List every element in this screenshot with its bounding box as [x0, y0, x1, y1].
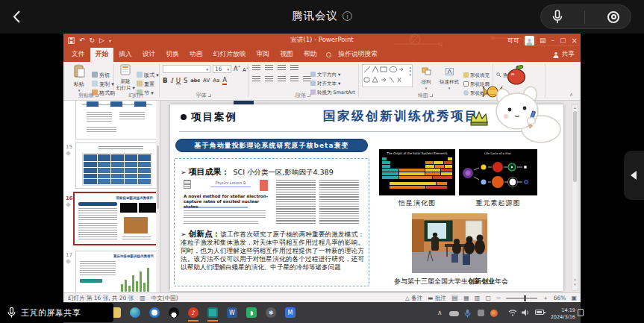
- arrange-button[interactable]: 排列▾: [416, 65, 436, 90]
- settings-gear-icon[interactable]: ✱: [266, 307, 276, 318]
- reading-view-icon[interactable]: ▥: [475, 295, 481, 301]
- fit-to-window-icon[interactable]: ▣: [571, 295, 577, 301]
- panel-collapse-tab[interactable]: [624, 151, 644, 200]
- thumbnail-slide-15[interactable]: [75, 142, 157, 189]
- ribbon-options-icon[interactable]: ▤: [540, 37, 546, 44]
- normal-view-icon[interactable]: ▤: [451, 295, 459, 301]
- underline-button[interactable]: U: [176, 76, 181, 85]
- thumbnail-scrollbar[interactable]: [156, 101, 160, 292]
- wifi-icon[interactable]: [508, 310, 517, 316]
- tab-review[interactable]: 审阅: [251, 48, 275, 62]
- justify-icon[interactable]: [290, 76, 298, 83]
- paste-button[interactable]: 粘贴▾: [69, 64, 89, 92]
- quick-styles-button[interactable]: 快速样式▾: [437, 65, 461, 90]
- collapse-ribbon-icon[interactable]: ∧: [569, 92, 573, 98]
- tab-transitions[interactable]: 切换: [160, 48, 184, 62]
- periodic-table-image[interactable]: The Origin of the Solar System Elements: [379, 149, 455, 195]
- battery-icon[interactable]: [535, 310, 544, 315]
- dialog-launcher-icon[interactable]: [430, 94, 433, 97]
- accessibility-icon[interactable]: ▥: [140, 295, 146, 301]
- close-icon[interactable]: ×: [572, 37, 578, 45]
- numbering-icon[interactable]: [265, 65, 273, 72]
- shadow-button[interactable]: S: [184, 76, 187, 85]
- dialog-launcher-icon[interactable]: [96, 94, 99, 97]
- dialog-launcher-icon[interactable]: [208, 94, 211, 97]
- tray-browser-icon[interactable]: [490, 310, 498, 317]
- scrollbar-thumb[interactable]: [573, 111, 577, 182]
- notification-center-icon[interactable]: [578, 309, 584, 316]
- zoom-slider[interactable]: [506, 298, 537, 299]
- language-status[interactable]: 中文(中国): [151, 295, 178, 302]
- char-spacing-button[interactable]: AV: [203, 76, 210, 85]
- slide-scrollbar[interactable]: ▴ ▴ ▾: [572, 104, 578, 291]
- slideshow-view-icon[interactable]: ▢: [485, 295, 491, 301]
- music-app-icon[interactable]: ♪: [188, 307, 198, 318]
- account-name[interactable]: 可可: [507, 37, 519, 45]
- record-icon[interactable]: [607, 11, 619, 23]
- change-case-button[interactable]: Aa: [213, 76, 219, 85]
- shapes-scroll[interactable]: ▴▾▾: [409, 66, 411, 77]
- tray-plugin-icon[interactable]: [478, 310, 484, 316]
- avatar[interactable]: [525, 36, 534, 46]
- tab-slideshow[interactable]: 幻灯片放映: [208, 48, 251, 62]
- conference-photo[interactable]: [412, 213, 487, 273]
- slide-section-title[interactable]: 项目案例: [191, 110, 237, 124]
- clock[interactable]: 14:192024/3/16: [548, 307, 575, 321]
- tray-expand-icon[interactable]: ∧: [437, 309, 443, 316]
- zoom-level[interactable]: 66%: [554, 295, 566, 301]
- thumbnail-slide-17[interactable]: 重庆市级创新训练优秀项目: [75, 251, 157, 292]
- next-slide-icon[interactable]: ▾: [572, 282, 578, 286]
- align-right-icon[interactable]: [278, 76, 286, 83]
- screenshare-app-icon[interactable]: [207, 307, 218, 318]
- onedrive-cloud-icon[interactable]: [449, 311, 459, 316]
- align-left-icon[interactable]: [252, 76, 260, 83]
- bold-button[interactable]: B: [163, 76, 167, 85]
- indent-decrease-icon[interactable]: [278, 65, 286, 72]
- align-center-icon[interactable]: [265, 76, 273, 83]
- tab-tellme[interactable]: 操作说明搜索: [333, 48, 383, 62]
- tab-design[interactable]: 设计: [137, 48, 161, 62]
- tab-help[interactable]: 帮助: [298, 48, 322, 62]
- tab-animations[interactable]: 动画: [184, 48, 208, 62]
- italic-button[interactable]: I: [170, 76, 172, 85]
- star-lifecycle-image[interactable]: Life Cycle of a Star: [459, 149, 537, 195]
- tab-file[interactable]: 文件: [66, 48, 90, 62]
- thumbnail-slide-16-selected[interactable]: 国家级创新训练优秀项目: [73, 192, 159, 245]
- minimize-icon[interactable]: –: [551, 37, 555, 44]
- tab-view[interactable]: 视图: [275, 48, 298, 62]
- word-icon[interactable]: W: [227, 307, 237, 318]
- info-icon[interactable]: i: [343, 11, 352, 21]
- bullets-icon[interactable]: [252, 65, 260, 72]
- zoom-in-button[interactable]: ＋: [543, 295, 548, 302]
- slide-sorter-icon[interactable]: ▦: [463, 295, 469, 301]
- app-m-icon[interactable]: M: [285, 307, 296, 318]
- dialog-launcher-icon[interactable]: [307, 94, 310, 97]
- browser-icon[interactable]: [149, 307, 160, 318]
- restore-icon[interactable]: ▢: [560, 37, 566, 44]
- font-name-select[interactable]: ▾: [163, 65, 210, 73]
- volume-icon[interactable]: [522, 309, 530, 316]
- tray-mic-icon[interactable]: [464, 309, 471, 318]
- comments-toggle[interactable]: ▬ 批注: [428, 295, 446, 302]
- wechat-icon[interactable]: ◗: [246, 307, 257, 318]
- indent-increase-icon[interactable]: [290, 65, 298, 72]
- shapes-gallery[interactable]: ▴▾▾: [362, 64, 413, 87]
- share-button[interactable]: 共享: [553, 50, 575, 59]
- prev-slide-icon[interactable]: ▴: [572, 277, 578, 281]
- shrink-font-button[interactable]: A˅: [243, 66, 248, 75]
- edge-icon[interactable]: [130, 307, 140, 318]
- project-detail-box[interactable]: ➢ 项目成果： SCI 小分类一区,影响因子4.389 Physics Lett…: [174, 158, 369, 286]
- notes-toggle[interactable]: △ 备注: [405, 295, 422, 302]
- tab-insert[interactable]: 插入: [113, 48, 137, 62]
- scroll-up-icon[interactable]: ▴: [572, 105, 578, 110]
- grow-font-button[interactable]: A˄: [234, 65, 240, 74]
- microphone-icon[interactable]: [552, 10, 563, 24]
- slide-main-title[interactable]: 国家级创新训练优秀项目: [323, 108, 479, 125]
- font-color-button[interactable]: A: [222, 77, 227, 85]
- tab-home[interactable]: 开始: [90, 48, 114, 62]
- font-size-select[interactable]: 16▾: [213, 65, 231, 73]
- qq-icon[interactable]: [169, 307, 179, 318]
- scrollbar-thumb[interactable]: [157, 145, 159, 209]
- new-slide-button[interactable]: 新建 幻灯片 ▾: [116, 64, 134, 92]
- thumbnail-slide-14[interactable]: [75, 101, 157, 139]
